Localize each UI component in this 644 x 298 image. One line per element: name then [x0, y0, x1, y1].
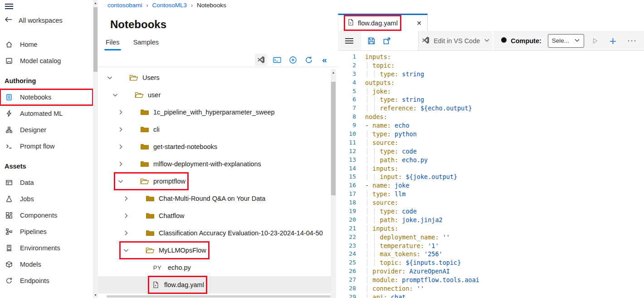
indent-guide: │ │ — [365, 259, 380, 266]
scrollbar-thumb[interactable] — [331, 82, 336, 195]
yaml-key: deployment_name: — [380, 233, 439, 241]
folder-open-icon — [140, 178, 149, 185]
chevron-right-icon[interactable] — [117, 160, 124, 168]
sidebar-item-model-catalog[interactable]: Model catalog — [0, 53, 93, 69]
folder-icon — [140, 126, 149, 133]
code-text: │ │ type: string — [365, 70, 424, 79]
tree-row-myllmopsflow[interactable]: MyLLMOpsFlow — [98, 242, 331, 259]
refresh-icon[interactable] — [302, 54, 315, 66]
tree-row-chatflow[interactable]: Chatflow — [98, 207, 331, 224]
code-text: │ source: — [365, 199, 398, 207]
code-line: 10│ type: python — [338, 130, 644, 139]
code-text: │ type: llm — [365, 190, 405, 199]
add-circle-icon[interactable] — [287, 54, 299, 66]
scrollbar-thumb[interactable] — [93, 7, 98, 72]
chevron-down-icon[interactable] — [106, 74, 113, 81]
indent-guide: │ — [365, 165, 372, 172]
collapse-double-left-icon[interactable]: « — [318, 54, 331, 66]
chevron-right-icon[interactable] — [117, 143, 124, 150]
tree-row-mlflow-deployment-with-explanations[interactable]: mlflow-deployment-with-explanations — [98, 155, 331, 173]
tree-row-content: promptflow — [117, 175, 185, 187]
code-text: │ source: — [365, 139, 398, 147]
yaml-key: name: — [372, 122, 391, 129]
breadcrumb-workspace[interactable]: ContosoML3 — [152, 2, 187, 9]
code-line: 29│ api: chat — [338, 293, 644, 298]
scroll-up-icon[interactable]: ▲ — [331, 71, 336, 74]
code-text: │ provider: AzureOpenAI — [365, 267, 450, 276]
folder-icon — [140, 109, 149, 116]
sidebar-scrollbar[interactable]: ▲ ▼ — [93, 0, 98, 298]
model-catalog-icon — [5, 57, 13, 65]
sidebar-item-models[interactable]: Models — [0, 256, 93, 273]
editor-tab-flow-dag-yaml[interactable]: flow.dag.yaml ✕ — [338, 14, 428, 31]
chevron-right-icon[interactable] — [117, 126, 124, 133]
tab-files[interactable]: Files — [104, 38, 121, 52]
chevron-right-icon[interactable] — [122, 229, 130, 237]
editor-menu-icon[interactable] — [345, 37, 354, 45]
indent-guide: │ — [365, 88, 372, 95]
tree-row-content: Classification Accuracy Evaluation-10-23… — [122, 227, 323, 239]
chevron-right-icon[interactable] — [117, 109, 124, 116]
tree-row-user[interactable]: user — [98, 86, 331, 104]
tree-row-flow.dag.yaml[interactable]: flow.dag.yaml — [98, 276, 331, 293]
yaml-key: nodes: — [365, 113, 387, 120]
run-icon[interactable] — [591, 37, 599, 45]
file-tree-scrollbar[interactable]: ▲ — [331, 69, 336, 298]
tree-row-content: get-started-notebooks — [117, 141, 217, 153]
tree-row-get-started-notebooks[interactable]: get-started-notebooks — [98, 138, 331, 155]
yaml-code-editor[interactable]: 1inputs:2│ topic:3│ │ type: string4outpu… — [338, 51, 644, 298]
horizontal-scrollbar-thumb[interactable] — [107, 295, 331, 298]
terminal-icon[interactable] — [271, 54, 283, 66]
tree-row-users[interactable]: Users — [98, 69, 331, 86]
line-number: 29 — [338, 293, 356, 298]
add-icon[interactable]: + — [610, 35, 616, 47]
save-icon[interactable] — [367, 37, 376, 45]
vscode-icon[interactable] — [255, 54, 267, 66]
tree-row-classification-accuracy-evaluation-10-23-2024-14-04-50[interactable]: Classification Accuracy Evaluation-10-23… — [98, 224, 331, 242]
scroll-up-icon[interactable]: ▲ — [93, 1, 98, 5]
sidebar-item-components[interactable]: Components — [0, 207, 93, 224]
sidebar-item-label: Prompt flow — [20, 143, 55, 150]
tree-row-cli[interactable]: cli — [98, 121, 331, 138]
tree-row-promptflow[interactable]: promptflow — [98, 173, 331, 190]
tree-row-echo.py[interactable]: PYecho.py — [98, 259, 331, 276]
more-options-icon[interactable]: ··· — [627, 36, 637, 45]
code-text: │ │ deployment_name: '' — [365, 233, 450, 242]
sidebar-item-environments[interactable]: Environments — [0, 240, 93, 256]
indent-guide: │ │ — [365, 242, 380, 249]
code-line: 23│ │ temperature: '1' — [338, 242, 644, 250]
line-number: 3 — [338, 70, 356, 79]
scroll-down-icon[interactable]: ▼ — [93, 293, 98, 297]
tab-samples[interactable]: Samples — [132, 38, 160, 52]
close-icon[interactable]: ✕ — [416, 20, 422, 27]
indent-guide: │ │ — [365, 173, 380, 180]
compute-select-dropdown[interactable]: Sele... — [548, 34, 584, 48]
hamburger-menu-icon[interactable] — [5, 3, 14, 12]
popout-icon[interactable] — [383, 37, 391, 45]
sidebar-item-notebooks[interactable]: Notebooks — [0, 89, 93, 105]
chevron-down-icon[interactable] — [112, 91, 119, 99]
line-number: 8 — [338, 113, 356, 121]
chevron-down-icon[interactable] — [122, 247, 130, 254]
notebooks-files-panel: contosobami › ContosoML3 › Notebooks Not… — [98, 0, 338, 298]
edit-in-vscode-button[interactable]: Edit in VS Code — [418, 31, 493, 50]
chevron-down-icon[interactable] — [117, 178, 124, 185]
sidebar-item-jobs[interactable]: Jobs — [0, 191, 93, 207]
sidebar-item-endpoints[interactable]: Endpoints — [0, 273, 93, 289]
sidebar-item-prompt-flow[interactable]: Prompt flow — [0, 138, 93, 154]
yaml-value: string — [402, 96, 424, 103]
sidebar-item-designer[interactable]: Designer — [0, 122, 93, 138]
tree-row-chat-multi-round-q-a-on-your-data[interactable]: Chat-Multi-Round Q&A on Your Data — [98, 190, 331, 207]
chevron-right-icon[interactable] — [122, 195, 130, 202]
indent-guide: │ │ — [365, 104, 380, 112]
sidebar-item-automated-ml[interactable]: Automated ML — [0, 105, 93, 122]
file-editor-panel: flow.dag.yaml ✕ Edit in VS Code Compute: — [338, 0, 644, 298]
breadcrumb-separator-icon: › — [191, 2, 193, 9]
sidebar-item-home[interactable]: Home — [0, 36, 93, 53]
chevron-right-icon[interactable] — [122, 212, 130, 219]
tree-row-1c-pipeline-with-hyperparameter-sweep[interactable]: 1c_pipeline_with_hyperparameter_sweep — [98, 104, 331, 121]
sidebar-item-data[interactable]: Data — [0, 174, 93, 191]
sidebar-item-pipelines[interactable]: Pipelines — [0, 224, 93, 240]
breadcrumb-directory[interactable]: contosobami — [107, 2, 142, 9]
all-workspaces-back[interactable]: All workspaces — [5, 16, 63, 24]
